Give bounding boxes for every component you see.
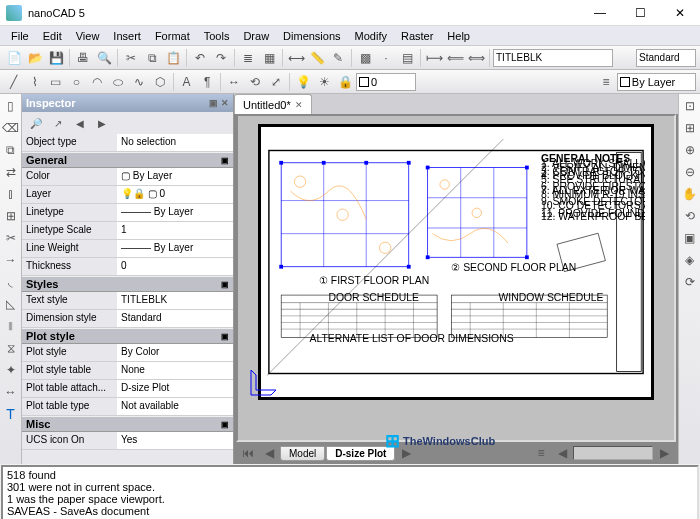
zoom-in-icon[interactable]: ⊕ (680, 140, 700, 160)
section-header[interactable]: Styles▣ (22, 276, 233, 292)
erase-icon[interactable]: ⌫ (1, 118, 21, 138)
menu-modify[interactable]: Modify (348, 28, 394, 44)
prop-val[interactable]: Standard (117, 310, 233, 327)
prop-val[interactable]: ▢ By Layer (117, 168, 233, 185)
layer-name-combo[interactable]: 0 (356, 73, 416, 91)
command-window[interactable]: 518 found 301 were not in current space.… (1, 465, 699, 519)
layer-button[interactable]: ≣ (238, 48, 258, 68)
stretch-icon[interactable]: ↔ (1, 382, 21, 402)
prop-val[interactable]: ——— By Layer (117, 240, 233, 257)
copy2-icon[interactable]: ⧉ (1, 140, 21, 160)
trim-icon[interactable]: ✂ (1, 228, 21, 248)
mtext-icon[interactable]: ¶ (197, 72, 217, 92)
circle-icon[interactable]: ○ (66, 72, 86, 92)
view-iso-icon[interactable]: ◈ (680, 250, 700, 270)
table-button[interactable]: ▤ (397, 48, 417, 68)
section-header[interactable]: Plot style▣ (22, 328, 233, 344)
join-icon[interactable]: ⧖ (1, 338, 21, 358)
undo-button[interactable]: ↶ (190, 48, 210, 68)
save-button[interactable]: 💾 (46, 48, 66, 68)
style-button[interactable]: ✎ (328, 48, 348, 68)
hatch-button[interactable]: ▩ (355, 48, 375, 68)
pan-icon[interactable]: ✋ (680, 184, 700, 204)
insp-pick-icon[interactable]: ↗ (48, 113, 68, 133)
zoom-out-icon[interactable]: ⊖ (680, 162, 700, 182)
insp-filter-icon[interactable]: 🔎 (26, 113, 46, 133)
spline-icon[interactable]: ∿ (129, 72, 149, 92)
menu-file[interactable]: File (4, 28, 36, 44)
menu-format[interactable]: Format (148, 28, 197, 44)
layer-props-icon[interactable]: ≡ (596, 72, 616, 92)
offset-icon[interactable]: ⫿ (1, 184, 21, 204)
layer-combo[interactable]: By Layer (617, 73, 696, 91)
dist-button[interactable]: ⟼ (424, 48, 444, 68)
sun-icon[interactable]: ☀ (314, 72, 334, 92)
align-button[interactable]: ⟸ (445, 48, 465, 68)
lock-icon[interactable]: 🔒 (335, 72, 355, 92)
ellipse-icon[interactable]: ⬭ (108, 72, 128, 92)
text2-icon[interactable]: T (1, 404, 21, 424)
view-top-icon[interactable]: ▣ (680, 228, 700, 248)
prop-val[interactable]: ——— By Layer (117, 204, 233, 221)
block-button[interactable]: ▦ (259, 48, 279, 68)
dim-button[interactable]: ⟷ (286, 48, 306, 68)
scroll-left-icon[interactable]: ◀ (552, 443, 572, 463)
new-button[interactable]: 📄 (4, 48, 24, 68)
menu-help[interactable]: Help (440, 28, 477, 44)
explode-icon[interactable]: ✦ (1, 360, 21, 380)
inspector-close-icon[interactable]: ▣ ✕ (209, 98, 229, 108)
cut-button[interactable]: ✂ (121, 48, 141, 68)
fillet-icon[interactable]: ◟ (1, 272, 21, 292)
copy-button[interactable]: ⧉ (142, 48, 162, 68)
spacing-button[interactable]: ⟺ (466, 48, 486, 68)
insp-next-icon[interactable]: ▶ (92, 113, 112, 133)
move-icon[interactable]: ↔ (224, 72, 244, 92)
prop-val[interactable]: None (117, 362, 233, 379)
scale-icon[interactable]: ⤢ (266, 72, 286, 92)
menu-tools[interactable]: Tools (197, 28, 237, 44)
textstyle-combo[interactable]: TITLEBLK (493, 49, 613, 67)
prop-val[interactable]: No selection (117, 134, 233, 151)
bulb-icon[interactable]: 💡 (294, 72, 314, 92)
tab-menu-icon[interactable]: ≡ (531, 443, 551, 463)
prop-val[interactable]: Yes (117, 432, 233, 449)
menu-insert[interactable]: Insert (106, 28, 148, 44)
chamfer-icon[interactable]: ◺ (1, 294, 21, 314)
regen-icon[interactable]: ⟳ (680, 272, 700, 292)
rotate-icon[interactable]: ⟲ (245, 72, 265, 92)
mirror-icon[interactable]: ⇄ (1, 162, 21, 182)
text-icon[interactable]: A (176, 72, 196, 92)
menu-raster[interactable]: Raster (394, 28, 440, 44)
polyline-icon[interactable]: ⌇ (25, 72, 45, 92)
prop-val[interactable]: D-size Plot (117, 380, 233, 397)
open-button[interactable]: 📂 (25, 48, 45, 68)
tab-prev-icon[interactable]: ◀ (259, 443, 279, 463)
point-button[interactable]: · (376, 48, 396, 68)
minimize-button[interactable]: — (580, 0, 620, 26)
prop-val[interactable]: Not available (117, 398, 233, 415)
zoom-win-icon[interactable]: ⊞ (680, 118, 700, 138)
extend-icon[interactable]: → (1, 250, 21, 270)
close-button[interactable]: ✕ (660, 0, 700, 26)
redo-button[interactable]: ↷ (211, 48, 231, 68)
polygon-icon[interactable]: ⬡ (150, 72, 170, 92)
section-header[interactable]: General▣ (22, 152, 233, 168)
insp-prev-icon[interactable]: ◀ (70, 113, 90, 133)
tab-close-icon[interactable]: ✕ (295, 100, 303, 110)
array-icon[interactable]: ⊞ (1, 206, 21, 226)
prop-val[interactable]: 💡🔒 ▢ 0 (117, 186, 233, 203)
prop-val[interactable]: TITLEBLK (117, 292, 233, 309)
menu-draw[interactable]: Draw (236, 28, 276, 44)
drawing-canvas[interactable]: ① FIRST FLOOR PLAN ② SECOND FLOOR PLAN (236, 114, 676, 442)
menu-dimensions[interactable]: Dimensions (276, 28, 347, 44)
section-header[interactable]: Misc▣ (22, 416, 233, 432)
orbit-icon[interactable]: ⟲ (680, 206, 700, 226)
hscrollbar[interactable] (573, 446, 653, 460)
maximize-button[interactable]: ☐ (620, 0, 660, 26)
tab-model[interactable]: Model (280, 446, 325, 461)
arc-icon[interactable]: ◠ (87, 72, 107, 92)
menu-edit[interactable]: Edit (36, 28, 69, 44)
standard-combo[interactable]: Standard (636, 49, 696, 67)
menu-view[interactable]: View (69, 28, 107, 44)
tab-untitled[interactable]: Untitled0* ✕ (234, 94, 312, 114)
